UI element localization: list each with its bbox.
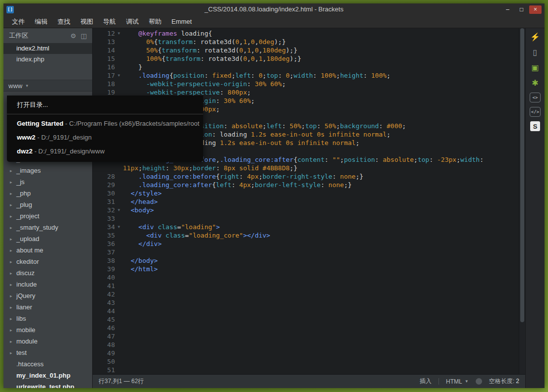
tree-item-label: mobile <box>16 326 35 334</box>
tree-item[interactable]: ▸libs <box>3 313 92 324</box>
tree-item-label: _project <box>16 212 39 220</box>
window-controls: – □ × <box>501 5 545 14</box>
tree-item[interactable]: ▸mobile <box>3 324 92 336</box>
menu-item[interactable]: 帮助 <box>144 15 166 28</box>
tree-item[interactable]: ▸_plug <box>3 199 92 210</box>
code-line: 50 <box>93 357 519 366</box>
open-file-item[interactable]: index2.html <box>3 43 92 54</box>
tree-item[interactable]: ▸_upload <box>3 233 92 245</box>
workspace-header: 工作区 ⚙◫ <box>3 28 92 43</box>
code-lines: 12▼ @keyframes loading{13 0%{transform: … <box>93 29 519 374</box>
recent-folder-item[interactable]: Getting Started - C:/Program Files (x86)… <box>7 117 203 131</box>
disclosure-triangle-icon: ▸ <box>10 168 16 173</box>
code-text: 0%{transform: rotate3d(0,1,0,0deg);} <box>123 38 519 46</box>
open-directory-item[interactable]: 打开目录... <box>7 98 203 111</box>
code-line: 47 <box>93 332 519 341</box>
code-brackets-icon[interactable]: <> <box>530 93 541 102</box>
gear-icon[interactable]: ⚙ <box>70 32 76 40</box>
tree-item[interactable]: ▸_php <box>3 188 92 199</box>
line-number: 36 <box>93 240 115 248</box>
open-file-item[interactable]: index.php <box>3 54 92 65</box>
language-selector[interactable]: HTML ▼ <box>446 378 469 385</box>
extension-manager-icon[interactable]: ▣ <box>529 62 541 73</box>
tree-item[interactable]: ▸discuz <box>3 267 92 279</box>
tree-item[interactable]: urlrewrite_test.php <box>3 381 92 388</box>
editor-scrollbar[interactable] <box>519 28 525 374</box>
maximize-button[interactable]: □ <box>515 5 528 14</box>
plugin-icon[interactable]: ✱ <box>529 77 541 88</box>
recent-folder-item[interactable]: www2 - D:/_9191/_design <box>7 131 203 145</box>
code-editor[interactable]: 12▼ @keyframes loading{13 0%{transform: … <box>93 28 519 374</box>
menu-item[interactable]: 编辑 <box>30 15 53 28</box>
fold-marker-icon[interactable]: ▼ <box>115 71 123 80</box>
code-text <box>123 214 519 223</box>
tree-item[interactable]: ▸jQuery <box>3 290 92 301</box>
window-title: _CSS/2014.08.08.loading/index2.html - Br… <box>63 3 485 15</box>
title-bar[interactable]: [] _CSS/2014.08.08.loading/index2.html -… <box>3 3 545 15</box>
fold-marker-icon[interactable]: ▼ <box>115 223 123 231</box>
fold-gutter <box>115 273 123 282</box>
workspace-label: 工作区 <box>9 31 28 40</box>
tree-item[interactable]: ▸module <box>3 336 92 347</box>
spaces-label: 空格长度: <box>489 378 514 385</box>
code-text: .loading_core:after{left: 4px;border-lef… <box>123 181 519 189</box>
chevron-down-icon: ▾ <box>26 83 28 88</box>
fold-gutter <box>115 265 123 273</box>
tree-item[interactable]: ▸about me <box>3 245 92 256</box>
code-tags-icon[interactable]: </> <box>530 107 541 117</box>
insert-mode-indicator[interactable]: 插入 <box>420 377 432 386</box>
fold-gutter <box>115 189 123 197</box>
tree-item[interactable]: ▸lianer <box>3 301 92 313</box>
fold-gutter <box>115 366 123 374</box>
menu-item[interactable]: Emmet <box>166 15 197 28</box>
split-view-icon[interactable]: ◫ <box>81 32 87 40</box>
cursor-position[interactable]: 行37,列1 — 62行 <box>99 377 144 386</box>
tree-item[interactable]: ▸ckeditor <box>3 256 92 267</box>
code-text <box>123 341 519 349</box>
disclosure-triangle-icon: ▸ <box>10 202 16 207</box>
sidebar: 工作区 ⚙◫ index2.htmlindex.php www ▾ ▸_css▸… <box>3 28 93 388</box>
menu-item[interactable]: 调试 <box>121 15 144 28</box>
fold-marker-icon[interactable]: ▼ <box>115 29 123 38</box>
tree-item-label: ckeditor <box>16 258 39 265</box>
mobile-preview-icon[interactable]: ▯ <box>529 47 541 57</box>
tree-item[interactable]: ▸include <box>3 279 92 290</box>
line-number: 38 <box>93 256 115 265</box>
tree-item[interactable]: .htaccess <box>3 358 92 370</box>
extension-toolbar: ⚡▯▣✱<></>S <box>525 28 545 388</box>
line-number: 12 <box>93 29 115 38</box>
fold-marker-icon[interactable]: ▼ <box>115 206 123 214</box>
disclosure-triangle-icon: ▸ <box>10 259 16 264</box>
project-dropdown[interactable]: www ▾ <box>3 80 92 92</box>
spaces-value[interactable]: 2 <box>516 378 519 385</box>
status-bar: 行37,列1 — 62行 插入 HTML ▼ 空格长度: 2 <box>93 374 525 388</box>
editor-row: 12▼ @keyframes loading{13 0%{transform: … <box>93 28 525 374</box>
spaces-setting[interactable]: 空格长度: 2 <box>489 377 519 386</box>
fold-gutter <box>115 332 123 341</box>
code-text: @keyframes loading{ <box>123 29 519 38</box>
code-line: 42 <box>93 290 519 298</box>
tree-item[interactable]: my_index_01.php <box>3 370 92 381</box>
live-preview-icon[interactable]: ⚡ <box>529 31 541 42</box>
tree-item[interactable]: ▸test <box>3 347 92 358</box>
fold-gutter <box>115 298 123 307</box>
tree-item-label: my_index_01.php <box>16 372 70 379</box>
menu-item[interactable]: 文件 <box>7 15 30 28</box>
scrollbar-thumb[interactable] <box>520 28 524 322</box>
code-line: 32▼ <body> <box>93 206 519 214</box>
fold-gutter <box>115 357 123 366</box>
tree-item[interactable]: ▸_smarty_study <box>3 222 92 233</box>
tree-item[interactable]: ▸_images <box>3 165 92 176</box>
close-button[interactable]: × <box>529 5 542 14</box>
minimize-button[interactable]: – <box>501 5 514 14</box>
menu-item[interactable]: 视图 <box>75 15 98 28</box>
tree-item[interactable]: ▸_js <box>3 176 92 188</box>
menu-item[interactable]: 查找 <box>53 15 75 28</box>
status-indicator-icon[interactable] <box>476 378 482 385</box>
menu-item[interactable]: 导航 <box>98 15 121 28</box>
fold-gutter <box>115 231 123 240</box>
fold-gutter <box>115 290 123 298</box>
recent-folder-item[interactable]: dwz2 - D:/_9191/_design/www <box>7 145 203 158</box>
snippets-icon[interactable]: S <box>530 121 540 131</box>
tree-item[interactable]: ▸_project <box>3 210 92 222</box>
